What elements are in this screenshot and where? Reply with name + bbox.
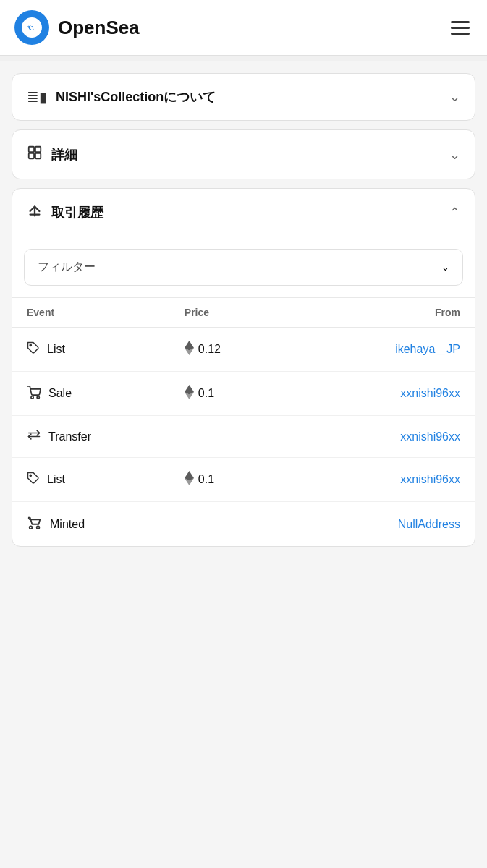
tag-icon [27,341,40,358]
svg-rect-3 [35,153,41,158]
price-cell: 0.12 [185,341,302,358]
main-content: ≣▮ NISHI'sCollectionについて ⌄ 詳細 ⌄ [0,61,487,558]
transfer-icon [27,429,41,444]
header-left: OpenSea [14,10,140,45]
svg-rect-0 [29,147,34,152]
collection-icon: ≣▮ [27,88,47,106]
hamburger-line-1 [451,21,470,23]
from-cell[interactable]: ikehaya＿JP [302,342,460,357]
event-name: List [47,343,65,356]
top-separator [0,56,487,61]
collection-accordion-left: ≣▮ NISHI'sCollectionについて [27,88,216,106]
details-accordion-toggle[interactable]: 詳細 ⌄ [12,130,475,179]
collection-accordion-toggle[interactable]: ≣▮ NISHI'sCollectionについて ⌄ [12,74,475,120]
event-name: Sale [48,387,72,400]
from-cell[interactable]: NullAddress [302,518,460,531]
svg-point-6 [30,344,31,346]
tag-icon [27,472,40,488]
from-cell[interactable]: xxnishi96xx [302,387,460,400]
event-cell: Minted [27,515,185,533]
filter-label: フィルター [38,260,96,275]
app-title: OpenSea [58,17,140,39]
eth-icon [185,385,194,402]
event-name: Transfer [48,430,91,443]
collection-chevron: ⌄ [449,89,460,105]
svg-rect-1 [35,147,41,152]
price-value: 0.1 [198,473,214,486]
price-value: 0.12 [198,343,221,356]
hamburger-line-3 [451,33,470,35]
event-cell: List [27,472,185,488]
col-header-from: From [302,307,460,318]
svg-point-9 [31,396,33,398]
details-accordion: 詳細 ⌄ [12,129,475,179]
table-row: Transfer xxnishi96xx [12,416,475,458]
svg-point-10 [37,396,39,398]
filter-button[interactable]: フィルター ⌄ [24,249,463,286]
event-cell: List [27,341,185,358]
price-value: 0.1 [198,387,214,400]
cart-icon [27,386,41,402]
table-row: Minted NullAddress [12,502,475,546]
svg-point-18 [30,526,33,529]
eth-icon [185,341,194,358]
app-header: OpenSea [0,0,487,56]
svg-rect-2 [29,153,34,158]
details-icon [27,145,43,164]
filter-chevron-icon: ⌄ [441,262,449,273]
table-row: List 0.12 ikehaya＿JP [12,328,475,372]
table-row: Sale 0.1 xxnishi96xx [12,372,475,416]
details-label: 詳細 [51,146,77,163]
price-cell: 0.1 [185,471,302,488]
history-header[interactable]: 取引履歴 ⌃ [12,189,475,237]
history-title: 取引履歴 [51,204,103,221]
col-header-event: Event [27,307,185,318]
from-cell[interactable]: xxnishi96xx [302,473,460,486]
hamburger-menu[interactable] [448,18,473,38]
col-header-price: Price [185,307,302,318]
price-cell: 0.1 [185,385,302,402]
stroller-icon [27,515,43,533]
details-chevron: ⌄ [449,147,460,163]
collection-label: NISHI'sCollectionについて [56,88,216,106]
history-chevron: ⌃ [449,205,460,221]
history-header-left: 取引履歴 [27,203,103,222]
event-cell: Sale [27,386,185,402]
history-icon [27,203,43,222]
history-card: 取引履歴 ⌃ フィルター ⌄ Event Price From [12,188,475,547]
filter-row: フィルター ⌄ [12,237,475,298]
table-row: List 0.1 xxnishi96xx [12,458,475,502]
collection-accordion: ≣▮ NISHI'sCollectionについて ⌄ [12,73,475,121]
hamburger-line-2 [451,27,470,29]
event-cell: Transfer [27,429,185,444]
svg-point-19 [37,526,40,529]
svg-point-15 [30,475,31,476]
from-cell[interactable]: xxnishi96xx [302,430,460,443]
opensea-logo[interactable] [14,10,49,45]
event-name: List [47,473,65,486]
table-header: Event Price From [12,298,475,328]
details-accordion-left: 詳細 [27,145,77,164]
event-name: Minted [50,518,85,531]
eth-icon [185,471,194,488]
